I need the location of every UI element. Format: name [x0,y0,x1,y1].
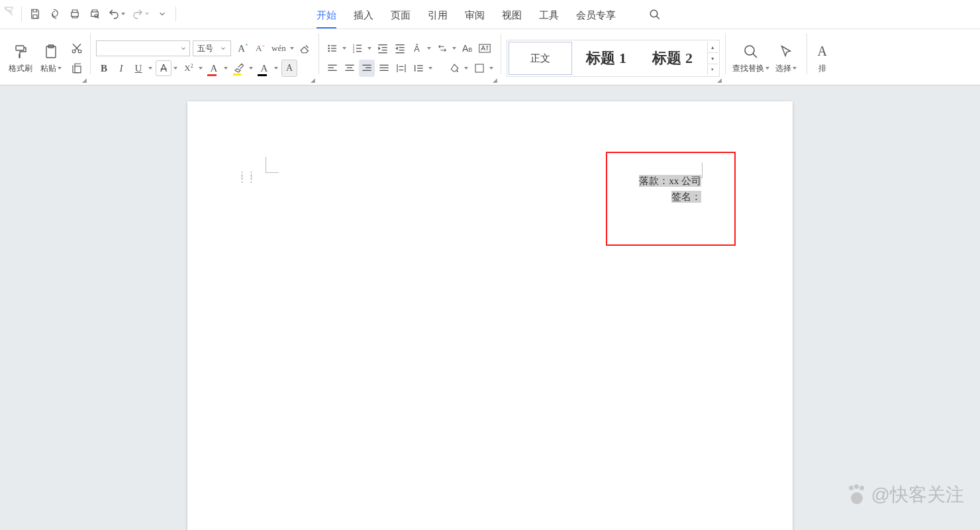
redo-button[interactable] [129,5,152,23]
watermark-text: @快客关注 [871,482,964,507]
font-size-combo[interactable]: 五号 [193,40,231,56]
ribbon-group-styles: 正文 标题 1 标题 2 ▲▼▾ ◢ [501,29,725,85]
svg-rect-44 [417,65,423,66]
style-body[interactable]: 正文 [509,42,572,75]
svg-rect-39 [362,70,371,71]
undo-button[interactable] [105,5,128,23]
svg-rect-30 [479,44,490,52]
chevron-down-icon[interactable] [121,13,125,15]
style-heading2[interactable]: 标题 2 [641,42,705,75]
ribbon-group-font: 五号 A+ A− wén B I U A̶ X2 A A [91,29,318,85]
svg-rect-13 [331,45,336,46]
svg-point-48 [745,46,754,55]
clear-format-button[interactable] [297,40,313,57]
align-right-button[interactable] [359,60,375,77]
text-line-1[interactable]: 落款：xx 公司 [639,175,701,187]
watermark: @快客关注 [846,482,964,507]
change-case-button[interactable]: wén [270,40,296,57]
svg-rect-24 [381,50,387,50]
svg-rect-38 [366,68,371,68]
svg-point-11 [328,48,330,50]
arrange-button[interactable]: A 排 [812,34,832,82]
text-effects-button[interactable]: A [256,60,280,77]
distribute-button[interactable] [393,60,409,77]
chevron-down-icon[interactable] [180,44,187,54]
font-color-button[interactable]: A [206,60,230,77]
selected-text-block[interactable]: 落款：xx 公司 签名： [639,173,701,205]
chevron-down-icon[interactable] [145,13,149,15]
text-direction-button[interactable] [434,40,458,57]
borders-button[interactable] [471,60,495,77]
copy-button[interactable] [69,60,85,77]
tab-reference[interactable]: 引用 [428,3,448,28]
underline-button[interactable]: U [130,60,154,77]
find-replace-button[interactable]: 查找替换 [731,34,771,82]
superscript-button[interactable]: X2 [181,60,205,77]
document-page[interactable]: ⋮⋮⋮⋮ 落款：xx 公司 签名： [187,101,793,530]
qat-more-button[interactable] [153,5,172,23]
shading-button[interactable] [446,60,470,77]
anchor-icon[interactable]: ⋮⋮⋮⋮ [238,173,246,181]
chevron-down-icon[interactable] [220,44,226,54]
dialog-launcher-icon[interactable]: ◢ [311,77,317,83]
shrink-font-button[interactable]: A− [252,40,268,57]
asian-layout-button[interactable]: А̂ [409,40,433,57]
chevron-down-icon[interactable] [58,67,62,70]
line-spacing-button[interactable] [411,60,434,77]
svg-rect-33 [328,70,336,71]
paste-button[interactable]: 粘贴 [36,34,66,82]
sync-icon[interactable] [46,5,64,23]
tab-page[interactable]: 页面 [391,3,411,28]
bold-button[interactable]: B [96,60,112,77]
dialog-launcher-icon[interactable]: ◢ [717,77,724,83]
text-line-2[interactable]: 签名： [671,191,701,203]
pin-icon[interactable] [3,5,13,16]
cut-button[interactable] [69,40,85,57]
select-button[interactable]: 选择 [771,34,801,82]
search-icon[interactable] [646,6,663,25]
svg-rect-46 [417,70,423,71]
tab-review[interactable]: 审阅 [465,3,485,28]
ribbon: 格式刷 粘贴 ◢ 五号 [0,28,980,85]
format-painter-button[interactable]: 格式刷 [5,34,36,82]
tab-start[interactable]: 开始 [317,3,336,28]
align-justify-button[interactable] [376,60,392,77]
svg-rect-20 [356,48,362,48]
tab-view[interactable]: 视图 [502,3,522,28]
italic-button[interactable]: I [113,60,129,77]
grow-font-button[interactable]: A+ [235,40,251,57]
dialog-launcher-icon[interactable]: ◢ [82,77,89,83]
svg-rect-47 [475,64,483,72]
align-left-button[interactable] [324,60,340,77]
svg-rect-14 [331,48,336,48]
increase-indent-button[interactable] [392,40,408,57]
search-icon [742,43,760,60]
print-preview-icon[interactable] [85,5,104,23]
tab-insert[interactable]: 插入 [354,3,373,28]
font-family-combo[interactable] [96,40,190,56]
decrease-indent-button[interactable] [375,40,391,57]
tab-member[interactable]: 会员专享 [576,3,616,28]
vertical-text-button[interactable]: AB [460,40,475,57]
numbering-button[interactable]: 123 [350,40,373,57]
strikethrough-button[interactable]: A̶ [156,60,179,77]
svg-rect-21 [356,51,362,52]
svg-rect-9 [75,66,81,73]
highlight-button[interactable] [231,60,255,77]
bullets-button[interactable] [324,40,348,57]
char-shading-button[interactable]: A [281,60,297,77]
print-icon[interactable] [66,5,84,23]
svg-rect-19 [356,45,362,46]
document-canvas[interactable]: ⋮⋮⋮⋮ 落款：xx 公司 签名： [0,85,980,530]
font-size-value: 五号 [197,43,213,54]
save-icon[interactable] [26,5,44,23]
svg-rect-15 [331,50,336,51]
dialog-launcher-icon[interactable]: ◢ [493,77,499,83]
align-center-button[interactable] [342,60,358,77]
svg-rect-40 [379,65,388,66]
style-heading1[interactable]: 标题 1 [575,42,638,75]
styles-scroll[interactable]: ▲▼▾ [707,42,718,75]
paw-icon [846,484,867,505]
char-border-button[interactable] [477,40,493,57]
tab-tools[interactable]: 工具 [539,3,559,28]
